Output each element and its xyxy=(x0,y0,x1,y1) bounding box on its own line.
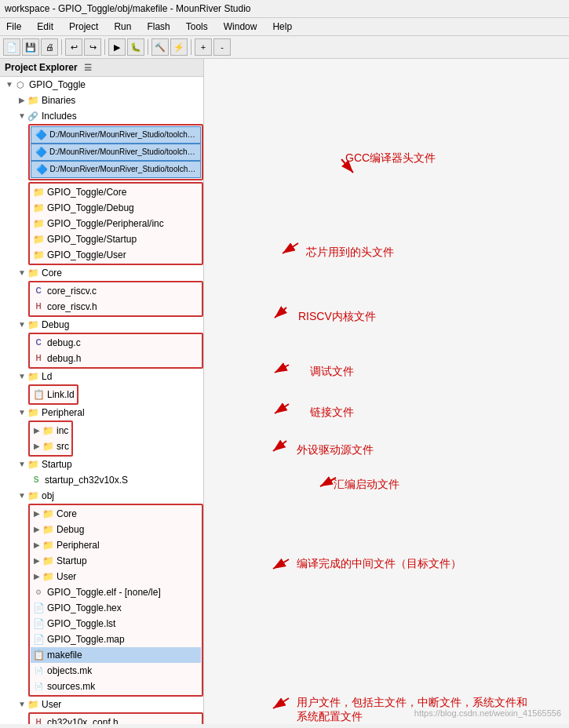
pe-title: Project Explorer xyxy=(5,62,78,73)
tree-node-ld[interactable]: ▼ 📁 Ld xyxy=(0,369,203,384)
annotation-startup: 汇编启动文件 xyxy=(334,478,399,492)
tree-node-obj-debug[interactable]: ▶ 📁 Debug xyxy=(31,522,201,537)
tb-run[interactable]: ▶ xyxy=(108,38,126,56)
tb-sep3 xyxy=(148,39,148,55)
tree-node-inc-peripheral[interactable]: 📁 GPIO_Toggle/Peripheral/inc xyxy=(31,216,201,231)
label-obj-elf: GPIO_Toggle.elf - [none/le] xyxy=(47,585,161,599)
tree-node-per-inc[interactable]: ▶ 📁 inc xyxy=(31,423,71,439)
label-per-inc: inc xyxy=(57,424,68,438)
label-obj-peripheral: Peripheral xyxy=(57,538,100,552)
title-text: workspace - GPIO_Toggle/obj/makefile - M… xyxy=(5,3,250,14)
arrow-ld: ▼ xyxy=(17,369,27,384)
label-obj-user: User xyxy=(57,570,76,584)
tree-node-inc-core[interactable]: 📁 GPIO_Toggle/Core xyxy=(31,184,201,200)
menu-window[interactable]: Window xyxy=(221,20,261,34)
tree-node-user-conf[interactable]: H ch32v10x_conf.h xyxy=(31,715,201,724)
tree-node-inc-user[interactable]: 📁 GPIO_Toggle/User xyxy=(31,247,201,263)
menu-edit[interactable]: Edit xyxy=(34,20,57,34)
tb-sep1 xyxy=(61,39,62,55)
ld-icon: 📋 xyxy=(32,388,45,401)
tree-node-gpio-toggle[interactable]: ▼ ⬡ GPIO_Toggle xyxy=(0,77,203,93)
menu-tools[interactable]: Tools xyxy=(183,20,211,34)
tree-node-obj-elf[interactable]: ⚙ GPIO_Toggle.elf - [none/le] xyxy=(31,584,201,600)
tb-new[interactable]: 📄 xyxy=(3,38,20,56)
main-area: Project Explorer ☰ ▼ ⬡ GPIO_Toggle ▶ 📁 B… xyxy=(0,59,569,724)
tree-node-obj-startup[interactable]: ▶ 📁 Startup xyxy=(31,553,201,569)
tree-node-core-riscv-c[interactable]: C core_riscv.c xyxy=(31,283,201,299)
tree-node-core[interactable]: ▼ 📁 Core xyxy=(0,265,203,281)
pe-header: Project Explorer ☰ xyxy=(0,59,203,77)
tree-container: ▼ ⬡ GPIO_Toggle ▶ 📁 Binaries ▼ 🔗 Include… xyxy=(0,77,203,724)
tree-node-debug-h[interactable]: H debug.h xyxy=(31,351,201,366)
c-icon: C xyxy=(32,337,45,349)
tree-node-inc1[interactable]: 🔷 D:/MounRiver/MounRiver_Studio/toolchai… xyxy=(31,126,201,144)
title-bar: workspace - GPIO_Toggle/obj/makefile - M… xyxy=(0,0,569,18)
tree-node-obj-map[interactable]: 📄 GPIO_Toggle.map xyxy=(31,632,201,647)
tree-node-core-riscv-h[interactable]: H core_riscv.h xyxy=(31,299,201,315)
label-debug-h: debug.h xyxy=(47,351,81,366)
menu-project[interactable]: Project xyxy=(66,20,101,34)
tb-build[interactable]: 🔨 xyxy=(151,38,169,56)
tb-undo[interactable]: ↩ xyxy=(65,38,82,56)
label-core-riscv-c: core_riscv.c xyxy=(47,284,97,298)
tree-node-obj-peripheral[interactable]: ▶ 📁 Peripheral xyxy=(31,537,201,553)
tree-node-startup[interactable]: ▼ 📁 Startup xyxy=(0,457,203,472)
tree-node-inc-startup[interactable]: 📁 GPIO_Toggle/Startup xyxy=(31,231,201,247)
tree-node-per-src[interactable]: ▶ 📁 src xyxy=(31,439,71,454)
arrow-obj-core: ▶ xyxy=(32,507,42,521)
tree-node-obj-lst[interactable]: 📄 GPIO_Toggle.lst xyxy=(31,616,201,632)
tree-node-link-ld[interactable]: 📋 Link.ld xyxy=(31,387,76,402)
tree-node-obj-user[interactable]: ▶ 📁 User xyxy=(31,569,201,584)
annotation-gcc: GCC编译器头文件 xyxy=(345,151,436,166)
menu-file[interactable]: File xyxy=(3,20,24,34)
toolbar: 📄 💾 🖨 ↩ ↪ ▶ 🐛 🔨 ⚡ + - xyxy=(0,36,569,59)
arrow-gpio: ▼ xyxy=(5,78,14,92)
tree-node-makefile[interactable]: 📋 makefile xyxy=(31,647,201,663)
label-obj-lst: GPIO_Toggle.lst xyxy=(47,617,115,631)
tree-node-obj-hex[interactable]: 📄 GPIO_Toggle.hex xyxy=(31,600,201,616)
tb-flash-download[interactable]: ⚡ xyxy=(170,38,188,56)
tb-zoom-in[interactable]: + xyxy=(195,38,212,56)
arrow-obj: ▼ xyxy=(17,489,27,503)
tree-node-objects-mk[interactable]: 📄 objects.mk xyxy=(31,663,201,679)
tb-print[interactable]: 🖨 xyxy=(41,38,58,56)
tree-node-startup-s[interactable]: S startup_ch32v10x.S xyxy=(28,472,203,488)
h-icon: H xyxy=(32,716,45,724)
tb-save[interactable]: 💾 xyxy=(22,38,39,56)
arrow-debug: ▼ xyxy=(17,318,27,332)
tree-node-sources-mk[interactable]: 📄 sources.mk xyxy=(31,679,201,694)
tb-debug[interactable]: 🐛 xyxy=(127,38,144,56)
folder-icon: 📁 xyxy=(42,555,54,567)
tree-node-obj[interactable]: ▼ 📁 obj xyxy=(0,488,203,504)
tree-node-peripheral[interactable]: ▼ 📁 Peripheral xyxy=(0,405,203,420)
label-inc1: D:/MounRiver/MounRiver_Studio/toolchain/… xyxy=(49,128,199,142)
folder-icon: 📁 xyxy=(32,217,45,230)
tree-node-inc3[interactable]: 🔷 D:/MounRiver/MounRiver_Studio/toolchai… xyxy=(31,161,201,178)
mk-icon: 📄 xyxy=(32,664,45,677)
tb-redo[interactable]: ↪ xyxy=(84,38,101,56)
menu-flash[interactable]: Flash xyxy=(144,20,173,34)
folder-icon: 📁 xyxy=(32,249,45,261)
tree-node-debug-c[interactable]: C debug.c xyxy=(31,335,201,351)
arrow-core: ▼ xyxy=(17,266,27,280)
arrow-binaries: ▶ xyxy=(17,93,27,107)
tree-node-debug[interactable]: ▼ 📁 Debug xyxy=(0,317,203,333)
tree-node-user[interactable]: ▼ 📁 User xyxy=(0,697,203,712)
label-link-ld: Link.ld xyxy=(47,388,75,402)
tb-sep2 xyxy=(104,39,105,55)
tb-zoom-out[interactable]: - xyxy=(213,38,231,56)
tree-node-includes[interactable]: ▼ 🔗 Includes xyxy=(0,108,203,124)
tree-node-binaries[interactable]: ▶ 📁 Binaries xyxy=(0,93,203,108)
menu-run[interactable]: Run xyxy=(111,20,134,34)
h-icon: H xyxy=(32,300,45,313)
menu-help[interactable]: Help xyxy=(269,20,295,34)
folder-icon: 📁 xyxy=(42,539,54,551)
folder-icon: 📁 xyxy=(42,440,54,453)
tree-node-obj-core[interactable]: ▶ 📁 Core xyxy=(31,506,201,522)
s-icon: S xyxy=(30,474,42,486)
tree-node-inc2[interactable]: 🔷 D:/MounRiver/MounRiver_Studio/toolchai… xyxy=(31,144,201,161)
inc-icon: 🔷 xyxy=(35,129,47,141)
svg-line-9 xyxy=(273,698,289,708)
tree-node-inc-debug[interactable]: 📁 GPIO_Toggle/Debug xyxy=(31,200,201,216)
label-core: Core xyxy=(42,266,62,280)
